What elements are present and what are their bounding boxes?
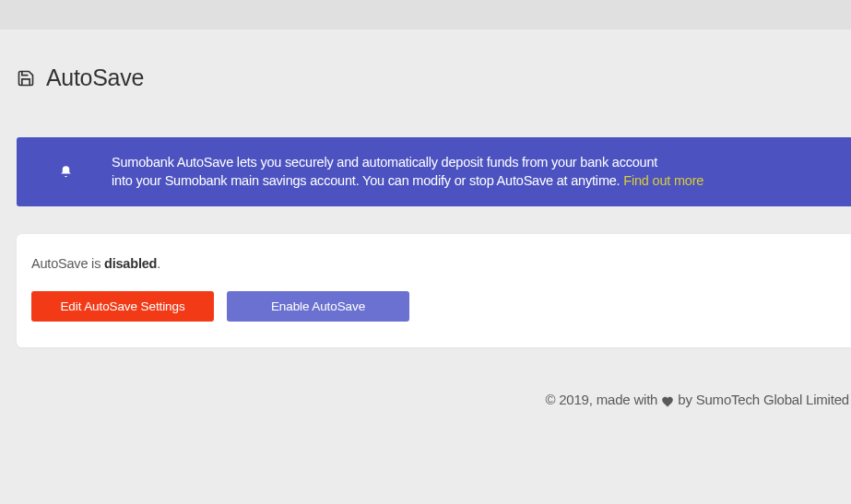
status-state: disabled (104, 256, 157, 271)
edit-autosave-settings-button[interactable]: Edit AutoSave Settings (31, 291, 214, 322)
footer: © 2019, made with by SumoTech Global Lim… (17, 392, 851, 407)
top-bar (0, 0, 851, 29)
autosave-card: AutoSave is disabled. Edit AutoSave Sett… (17, 234, 851, 347)
status-prefix: AutoSave is (31, 256, 104, 271)
status-suffix: . (157, 256, 160, 271)
main-content: AutoSave Sumobank AutoSave lets you secu… (0, 29, 851, 407)
button-row: Edit AutoSave Settings Enable AutoSave (31, 291, 836, 322)
footer-part1: © 2019, made with (545, 392, 657, 407)
banner-line-1: Sumobank AutoSave lets you securely and … (112, 155, 657, 170)
save-icon (17, 69, 35, 88)
banner-line-2: into your Sumobank main savings account.… (112, 173, 623, 188)
page-title: AutoSave (46, 64, 144, 91)
page-title-row: AutoSave (17, 64, 851, 91)
info-banner: Sumobank AutoSave lets you securely and … (17, 137, 851, 206)
footer-part2: by SumoTech Global Limited (678, 392, 849, 407)
bell-icon (59, 165, 73, 179)
find-out-more-link[interactable]: Find out more (623, 173, 703, 188)
banner-text: Sumobank AutoSave lets you securely and … (112, 154, 703, 190)
enable-autosave-button[interactable]: Enable AutoSave (227, 291, 409, 322)
autosave-status: AutoSave is disabled. (31, 256, 836, 271)
heart-icon (661, 392, 674, 407)
